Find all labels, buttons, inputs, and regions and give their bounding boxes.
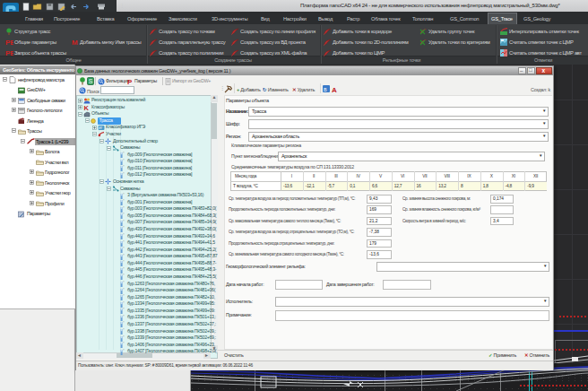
svg-text:M: M (72, 39, 78, 46)
svg-text:P: P (127, 78, 133, 85)
svg-text:ИГ: ИГ (99, 126, 103, 130)
svg-text:K: K (84, 104, 90, 110)
svg-text:PБ: PБ (5, 39, 13, 46)
svg-text:PБ: PБ (5, 49, 13, 56)
svg-text:S: S (89, 78, 93, 84)
svg-text:A: A (332, 86, 337, 93)
svg-text:B: B (324, 87, 327, 92)
